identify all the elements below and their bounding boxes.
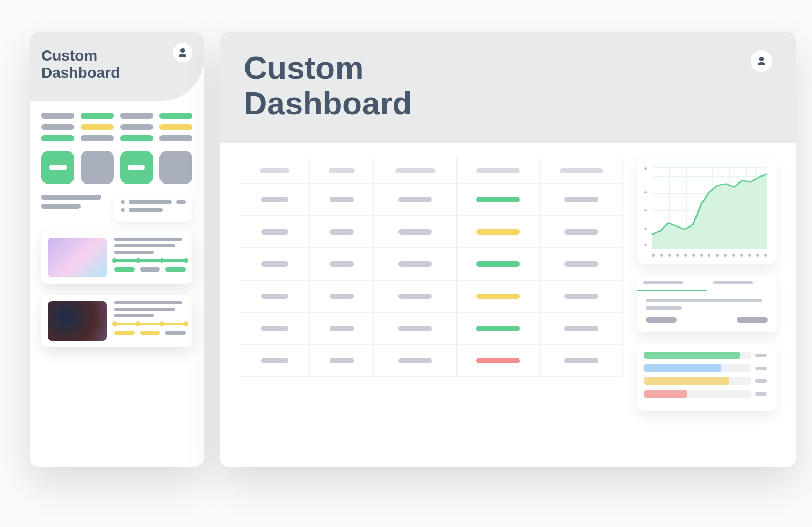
chip[interactable] (120, 113, 153, 119)
table-row[interactable] (240, 345, 623, 377)
hbar (644, 377, 751, 385)
hbar-chart-card[interactable] (637, 344, 777, 411)
tile[interactable] (41, 151, 74, 184)
bullet-card[interactable] (114, 195, 193, 222)
media-card[interactable] (41, 295, 192, 347)
tile-row (41, 151, 192, 184)
chip[interactable] (81, 124, 113, 130)
user-icon (755, 55, 768, 68)
table-row[interactable] (240, 248, 623, 280)
hbar (644, 390, 751, 398)
chip[interactable] (120, 135, 153, 141)
chip[interactable] (41, 113, 74, 119)
desktop-dashboard-mock: Custom Dashboard (220, 32, 796, 467)
hbar (644, 352, 751, 359)
chip[interactable] (160, 124, 192, 130)
tile[interactable] (81, 151, 113, 184)
table-row[interactable] (240, 280, 623, 312)
line-chart-card[interactable] (637, 158, 777, 264)
chip[interactable] (160, 113, 192, 119)
avatar[interactable] (173, 43, 192, 62)
horizontal-bar-chart (644, 352, 769, 398)
tab-card (637, 276, 777, 332)
table-header-row (240, 158, 623, 184)
tab-1[interactable] (637, 276, 707, 291)
chip[interactable] (160, 135, 192, 141)
tab-2[interactable] (707, 276, 777, 291)
chip[interactable] (81, 113, 113, 119)
text-block (41, 195, 107, 222)
media-card[interactable] (41, 231, 192, 284)
tab-content (637, 291, 777, 332)
hbar (644, 364, 751, 372)
tile[interactable] (160, 151, 192, 184)
mobile-dashboard-mock: Custom Dashboard (30, 32, 204, 467)
user-icon (176, 46, 189, 59)
table-row[interactable] (240, 184, 623, 216)
page-title: Custom Dashboard (41, 47, 192, 82)
data-table (240, 158, 623, 411)
thumbnail (48, 301, 107, 341)
chip[interactable] (120, 124, 153, 130)
chip-grid (41, 113, 192, 141)
page-title: Custom Dashboard (244, 50, 412, 121)
chip[interactable] (41, 135, 74, 141)
table-row[interactable] (240, 216, 623, 248)
mobile-header: Custom Dashboard (30, 32, 204, 101)
thumbnail (48, 238, 107, 277)
desktop-header: Custom Dashboard (220, 32, 796, 143)
table-row[interactable] (240, 312, 623, 345)
avatar[interactable] (751, 50, 772, 72)
tile[interactable] (120, 151, 153, 184)
area-chart (644, 165, 769, 257)
chip[interactable] (41, 124, 74, 130)
chip[interactable] (81, 135, 113, 141)
